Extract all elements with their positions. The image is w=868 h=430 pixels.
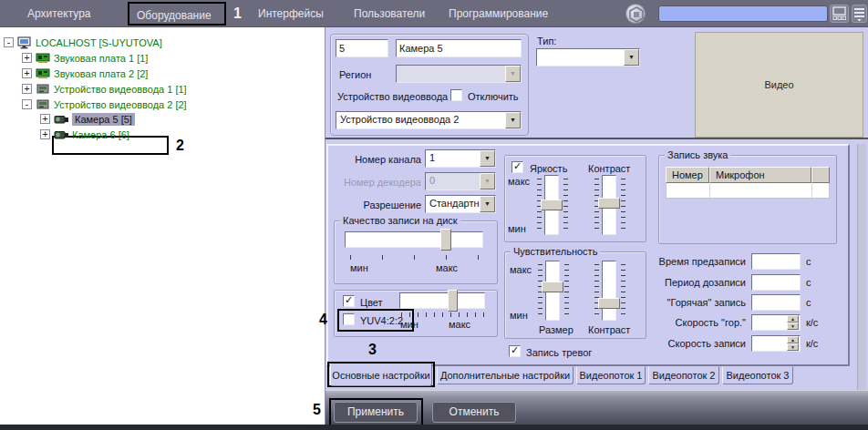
tab-videostream-2[interactable]: Видеопоток 2	[648, 366, 719, 384]
tab-interfaces[interactable]: Интерфейсы	[258, 0, 324, 27]
tab-users[interactable]: Пользователи	[354, 0, 425, 27]
layout-grid-button[interactable]	[830, 5, 849, 23]
tab-videostream-1[interactable]: Видеопоток 1	[576, 366, 646, 384]
capture-device-dropdown[interactable]: Устройство видеоввода 2 ▼	[336, 111, 522, 129]
tree-item-soundcard-1[interactable]: + Звуковая плата 1 [1]	[22, 50, 148, 66]
brightness-checkbox[interactable]	[512, 161, 523, 173]
hot-speed-spinner[interactable]: ▲ ▼	[787, 315, 799, 330]
tree-item-capture-device-1[interactable]: + Устройство видеоввода 1 [1]	[22, 81, 187, 97]
slider-thumb[interactable]	[598, 198, 620, 209]
app-logo-icon[interactable]	[625, 4, 646, 24]
tab-programming[interactable]: Программирование	[449, 0, 548, 27]
type-dropdown[interactable]: ▼	[536, 48, 640, 67]
camera-name-field[interactable]	[396, 39, 522, 57]
disk-quality-slider[interactable]	[345, 231, 483, 248]
color-checkbox[interactable]	[343, 295, 355, 307]
soundcard-icon	[36, 52, 51, 65]
hot-speed-label: Скорость "гор."	[638, 317, 746, 328]
tree-item-soundcard-2[interactable]: + Звуковая плата 2 [2]	[22, 66, 148, 81]
spin-down-icon[interactable]: ▼	[787, 322, 799, 330]
callout-number-4: 4	[319, 312, 327, 327]
device-tree-panel: - LOCALHOST [S-UYUTOVA] + Звуковая плата…	[0, 27, 326, 425]
unit-label: с	[806, 256, 811, 267]
slider-thumb[interactable]	[448, 290, 458, 312]
collapse-expander[interactable]: -	[22, 99, 32, 109]
color-slider[interactable]	[399, 292, 485, 309]
sensitivity-size-slider[interactable]	[545, 261, 560, 321]
soundcard-icon	[36, 67, 51, 80]
slider-thumb[interactable]	[440, 229, 451, 251]
hot-record-field[interactable]	[751, 294, 801, 311]
camera-icon	[54, 128, 69, 141]
slider-thumb[interactable]	[541, 200, 563, 210]
expand-expander[interactable]: +	[40, 129, 50, 139]
unit-label: к/с	[806, 338, 818, 349]
region-dropdown[interactable]: ▼	[396, 65, 522, 83]
min-label: мин	[510, 310, 528, 321]
type-value	[537, 49, 624, 66]
slider-ticks	[564, 264, 569, 319]
tab-equipment[interactable]: Оборудование	[137, 2, 212, 29]
callout-box-5	[329, 398, 423, 427]
channel-dropdown[interactable]: 1 ▼	[425, 149, 496, 168]
sens-contrast-label: Контраст	[588, 324, 630, 335]
monitor-icon	[17, 36, 33, 49]
tree-item-label: Устройство видеоввода 1 [1]	[54, 84, 187, 95]
sound-table-header: Номер Микрофон	[666, 167, 830, 183]
callout-box-4	[337, 309, 414, 332]
prerecord-time-label: Время предзаписи	[638, 256, 746, 267]
expand-expander[interactable]: +	[40, 114, 50, 124]
spin-up-icon[interactable]: ▲	[787, 336, 799, 343]
postrecord-period-field[interactable]	[751, 274, 801, 291]
tree-item-localhost[interactable]: - LOCALHOST [S-UYUTOVA]	[4, 35, 162, 50]
tree-item-capture-device-2[interactable]: - Устройство видеоввода 2 [2]	[22, 97, 187, 112]
tab-additional-settings[interactable]: Дополнительные настройки	[437, 366, 574, 384]
toolbar-search-input[interactable]	[658, 5, 828, 22]
min-label: мин	[350, 262, 368, 273]
sound-table-empty-row[interactable]	[666, 183, 830, 199]
video-preview-label: Видео	[764, 79, 793, 90]
contrast-slider[interactable]	[602, 175, 616, 235]
spin-down-icon[interactable]: ▼	[787, 343, 799, 351]
hot-record-label: "Горячая" запись	[638, 297, 746, 308]
color-label: Цвет	[360, 297, 383, 308]
record-speed-spinner[interactable]: ▲ ▼	[787, 336, 799, 351]
tab-basic-settings[interactable]: Основные настройки	[330, 363, 432, 386]
slider-thumb[interactable]	[542, 282, 563, 292]
tab-architecture[interactable]: Архитектура	[27, 0, 91, 27]
decoder-dropdown[interactable]: 0 ▼	[425, 172, 496, 190]
callout-number-1: 1	[233, 6, 242, 21]
resolution-dropdown[interactable]: Стандартное ▼	[425, 195, 496, 213]
unit-label: с	[806, 277, 811, 288]
brightness-slider[interactable]	[544, 175, 559, 235]
slider-thumb[interactable]	[598, 298, 620, 309]
expand-expander[interactable]: +	[22, 68, 32, 78]
resolution-label: Разрешение	[334, 200, 421, 210]
alarm-recording-checkbox[interactable]	[509, 345, 521, 357]
column-header-number[interactable]: Номер	[666, 167, 709, 183]
resolution-value: Стандартное	[426, 196, 480, 212]
collapse-expander[interactable]: -	[4, 37, 14, 47]
camera-icon	[54, 113, 69, 126]
disable-checkbox[interactable]	[450, 89, 462, 101]
cancel-button[interactable]: Отменить	[432, 402, 516, 423]
camera-id-field[interactable]	[336, 39, 388, 57]
video-preview: Видео	[695, 32, 863, 138]
region-label: Регион	[339, 69, 371, 80]
sensitivity-contrast-slider[interactable]	[602, 261, 616, 321]
chevron-down-icon: ▼	[505, 112, 521, 128]
spin-up-icon[interactable]: ▲	[787, 315, 799, 322]
prerecord-time-field[interactable]	[751, 253, 801, 270]
expand-expander[interactable]: +	[22, 84, 32, 94]
menu-button[interactable]	[852, 5, 867, 23]
max-label: макс	[508, 176, 530, 187]
chevron-down-icon: ▼	[505, 66, 521, 82]
slider-ticks	[350, 255, 480, 260]
expand-expander[interactable]: +	[22, 53, 32, 63]
tree-item-camera-6[interactable]: + Камера 6 [6]	[40, 127, 129, 142]
tree-item-camera-5[interactable]: + Камера 5 [5]	[40, 111, 135, 127]
tab-videostream-3[interactable]: Видеопоток 3	[722, 366, 793, 384]
sound-recording-group-label: Запись звука	[665, 149, 730, 160]
column-header-microphone[interactable]: Микрофон	[709, 167, 811, 183]
vertical-scrollbar[interactable]	[857, 144, 866, 423]
